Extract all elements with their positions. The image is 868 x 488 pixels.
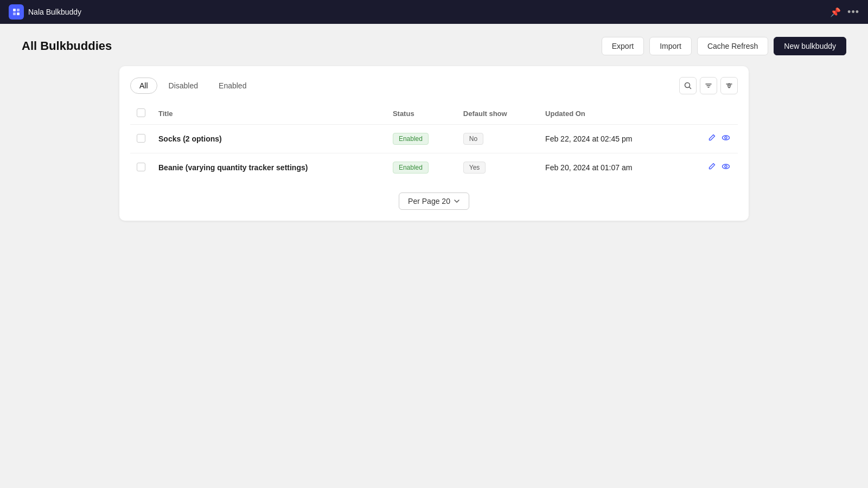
table-row: Beanie (varying quantity tracker setting… [130, 153, 738, 182]
header-actions: Export Import Cache Refresh New bulkbudd… [602, 37, 846, 55]
data-table: Title Status Default show Updated On Soc… [130, 103, 738, 182]
col-actions [683, 103, 738, 125]
default-badge-1: Yes [463, 162, 486, 174]
pagination-row: Per Page 20 [130, 192, 738, 210]
app-icon [9, 4, 24, 20]
svg-point-13 [725, 137, 727, 139]
svg-rect-3 [17, 12, 20, 15]
sort-icon [725, 82, 733, 89]
svg-point-14 [723, 164, 730, 169]
col-default-show: Default show [457, 103, 539, 125]
row-updated-on-1: Feb 20, 2024 at 01:07 am [539, 153, 683, 182]
per-page-label: Per Page 20 [408, 197, 450, 206]
svg-rect-0 [13, 9, 16, 11]
status-badge-1: Enabled [393, 162, 429, 174]
row-default-show-0: No [457, 125, 539, 153]
svg-rect-1 [17, 9, 20, 11]
tab-all[interactable]: All [130, 78, 157, 94]
topbar: Nala Bulkbuddy 📌 ••• [0, 0, 868, 24]
table-row: Socks (2 options) Enabled No Feb 22, 202… [130, 125, 738, 153]
tab-enabled[interactable]: Enabled [209, 78, 256, 94]
select-all-checkbox[interactable] [137, 108, 145, 117]
tab-bar: All Disabled Enabled [130, 77, 738, 94]
tab-left: All Disabled Enabled [130, 78, 256, 94]
pin-icon[interactable]: 📌 [830, 7, 841, 17]
row-status-0: Enabled [386, 125, 457, 153]
filter-button[interactable] [700, 77, 717, 94]
tab-icons [679, 77, 738, 94]
cache-refresh-button[interactable]: Cache Refresh [697, 37, 768, 55]
more-icon[interactable]: ••• [847, 7, 859, 18]
new-bulkbuddy-button[interactable]: New bulkbuddy [774, 37, 846, 55]
row-title-1: Beanie (varying quantity tracker setting… [152, 153, 386, 182]
page-header: All Bulkbuddies Export Import Cache Refr… [0, 24, 868, 66]
sort-button[interactable] [720, 77, 738, 94]
row-actions-0 [690, 132, 731, 145]
view-icon-0[interactable] [720, 132, 731, 145]
svg-point-12 [723, 136, 730, 140]
svg-line-5 [690, 87, 691, 89]
row-checkbox-1[interactable] [137, 163, 145, 171]
row-updated-on-0: Feb 22, 2024 at 02:45 pm [539, 125, 683, 153]
col-updated-on: Updated On [539, 103, 683, 125]
table-header: Title Status Default show Updated On [130, 103, 738, 125]
row-checkbox-0[interactable] [137, 134, 145, 143]
topbar-right: 📌 ••• [830, 7, 859, 18]
row-title-0: Socks (2 options) [152, 125, 386, 153]
status-badge-0: Enabled [393, 133, 429, 145]
row-default-show-1: Yes [457, 153, 539, 182]
page-title: All Bulkbuddies [22, 39, 112, 53]
col-status: Status [386, 103, 457, 125]
import-button[interactable]: Import [649, 37, 692, 55]
edit-icon-1[interactable] [706, 161, 717, 174]
topbar-left: Nala Bulkbuddy [9, 4, 81, 20]
col-title: Title [152, 103, 386, 125]
tab-disabled[interactable]: Disabled [159, 78, 207, 94]
row-status-1: Enabled [386, 153, 457, 182]
view-icon-1[interactable] [720, 161, 731, 174]
edit-icon-0[interactable] [706, 132, 717, 145]
row-actions-1 [690, 161, 731, 174]
search-icon [684, 82, 692, 89]
content-card: All Disabled Enabled [119, 66, 749, 221]
export-button[interactable]: Export [602, 37, 644, 55]
svg-rect-2 [13, 12, 16, 15]
app-name: Nala Bulkbuddy [28, 8, 81, 16]
table-body: Socks (2 options) Enabled No Feb 22, 202… [130, 125, 738, 182]
search-button[interactable] [679, 77, 697, 94]
default-badge-0: No [463, 133, 483, 145]
svg-point-15 [725, 165, 727, 168]
filter-icon [705, 82, 712, 89]
chevron-down-icon [454, 198, 460, 204]
per-page-button[interactable]: Per Page 20 [399, 192, 469, 210]
